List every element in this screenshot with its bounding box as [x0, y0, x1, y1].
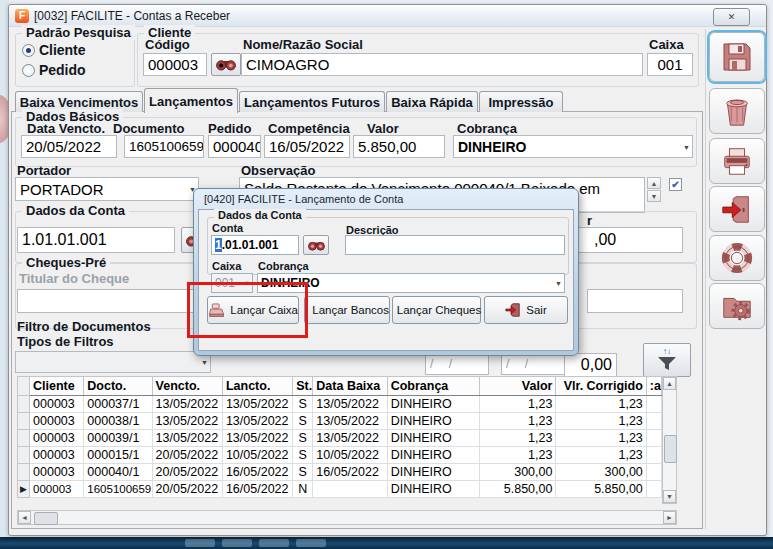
spin-up-icon[interactable]: ▲ [647, 177, 661, 189]
col-cliente[interactable]: Cliente [30, 377, 84, 396]
print-button[interactable] [709, 138, 765, 184]
hscroll-thumb[interactable] [34, 512, 58, 525]
table-row[interactable]: 000003000039/1 13/05/202213/05/2022 S13/… [18, 430, 662, 447]
close-button[interactable]: ✕ [713, 8, 750, 26]
table-row-current[interactable]: ▶ 0000031605100659 20/05/202216/05/2022 … [18, 481, 662, 498]
table-row[interactable]: 000003000037/1 13/05/202213/05/2022 S13/… [18, 396, 662, 413]
observacao-checkbox[interactable]: ✔ [669, 178, 682, 191]
scroll-up-button[interactable]: ▲ [663, 377, 676, 390]
window-titlebar[interactable]: F [0032] FACILITE - Contas a Receber [9, 5, 766, 27]
delete-button[interactable] [709, 88, 765, 134]
caixa-field[interactable]: 001 [647, 53, 693, 76]
col-cobranca[interactable]: Cobrança [387, 377, 479, 396]
cell: DINHEIRO [387, 447, 479, 464]
cell: 16/05/2022 [222, 481, 292, 498]
cell: 1,23 [480, 396, 556, 413]
table-vscrollbar[interactable]: ▲ ▼ [662, 376, 677, 504]
col-valor[interactable]: Valor [480, 377, 556, 396]
cell: 1,23 [480, 447, 556, 464]
valor-field[interactable]: 5.850,00 [353, 135, 445, 158]
scroll-left-button[interactable]: ◄ [18, 511, 31, 524]
tab-impressao[interactable]: Impressão [479, 91, 563, 112]
search-client-button[interactable] [211, 53, 241, 76]
dialog-conta-field[interactable]: 1.01.01.001 [211, 235, 299, 255]
nome-field[interactable]: CIMOAGRO [241, 53, 643, 76]
conta-field[interactable]: 1.01.01.001 [17, 227, 175, 253]
apply-filter-button[interactable]: ↑↓ [643, 343, 691, 377]
lancar-bancos-button[interactable]: Lançar Bancos [304, 296, 390, 324]
taskbar-button-fragment[interactable] [296, 539, 326, 547]
cell: 000003 [30, 447, 84, 464]
scroll-right-button[interactable]: ► [663, 511, 676, 524]
col-docto[interactable]: Docto. [84, 377, 152, 396]
floppy-disk-icon [719, 39, 755, 75]
table-row[interactable]: 000003000040/1 20/05/202216/05/2022 S16/… [18, 464, 662, 481]
table-hscrollbar[interactable]: ◄ ► [17, 510, 677, 525]
funnel-icon [656, 356, 678, 372]
codigo-field[interactable]: 000003 [143, 53, 207, 76]
cell: 20/05/2022 [152, 464, 222, 481]
documento-field[interactable]: 1605100659 [124, 135, 204, 158]
sidebar-divider [705, 29, 706, 529]
vscroll-thumb[interactable] [664, 435, 677, 463]
dialog-group-label: Dados da Conta [214, 209, 306, 221]
tab-baixa-rapida[interactable]: Baixa Rápida [386, 91, 478, 112]
valor-conta-field-fragment[interactable]: ,00 [561, 227, 683, 253]
tab-lancamentos-futuros[interactable]: Lançamentos Futuros [239, 91, 385, 112]
col-st[interactable]: St. [293, 377, 313, 396]
cell: DINHEIRO [387, 396, 479, 413]
col-lancto[interactable]: Lancto. [222, 377, 292, 396]
col-data-baixa[interactable]: Data Baixa [313, 377, 387, 396]
spin-down-icon[interactable]: ▼ [647, 190, 661, 202]
radio-cliente[interactable]: Cliente [22, 42, 86, 58]
cheques-field-fragment[interactable] [587, 289, 683, 313]
dialog-descricao-field[interactable] [345, 235, 565, 255]
binoculars-icon [216, 58, 236, 71]
save-button[interactable] [709, 32, 765, 82]
cell: 000015/1 [84, 447, 152, 464]
scroll-down-button[interactable]: ▼ [663, 490, 676, 503]
tools-button[interactable] [709, 283, 765, 329]
filtro-documentos-label: Filtro de Documentos [17, 319, 151, 334]
col-vencto[interactable]: Vencto. [152, 377, 222, 396]
date-filter-end-field[interactable]: / / [501, 353, 565, 375]
cell: DINHEIRO [387, 430, 479, 447]
taskbar-button-fragment[interactable] [222, 539, 252, 547]
cell: 1,23 [556, 447, 646, 464]
pedido-field[interactable]: 000040 [208, 135, 261, 158]
competencia-field[interactable]: 16/05/2022 [264, 135, 350, 158]
col-vlr-corrigido[interactable]: Vlr. Corrigido [556, 377, 646, 396]
filter-total-field[interactable]: 0,00 [564, 353, 617, 377]
taskbar-button-fragment[interactable] [259, 539, 289, 547]
data-vencto-field[interactable]: 20/05/2022 [21, 135, 117, 158]
titular-cheque-field[interactable] [17, 289, 215, 313]
tipos-filtros-combo[interactable]: ▼ [15, 351, 211, 373]
tab-lancamentos[interactable]: Lançamentos [144, 88, 238, 113]
table-row[interactable]: 000003000015/1 20/05/202210/05/2022 S10/… [18, 447, 662, 464]
taskbar-button-fragment[interactable] [185, 539, 215, 547]
scroll-down-icon: ▼ [666, 493, 673, 500]
exit-button[interactable] [709, 186, 765, 232]
highlight-rectangle [187, 282, 308, 338]
spin-up-glyph: ▲ [651, 180, 658, 187]
cell: 000003 [30, 413, 84, 430]
date-filter-start-field[interactable]: / / [425, 353, 489, 375]
cell: 300,00 [480, 464, 556, 481]
gutter-cell [18, 413, 30, 430]
col-truncated[interactable]: :a [646, 377, 661, 396]
portador-combo[interactable]: PORTADOR ▼ [15, 177, 199, 201]
dialog-search-account-button[interactable] [303, 235, 329, 255]
help-button[interactable] [709, 235, 765, 281]
table-row[interactable]: 000003000038/1 13/05/202213/05/2022 S13/… [18, 413, 662, 430]
sair-button[interactable]: Sair [484, 296, 568, 324]
tab-label: Lançamentos [149, 94, 233, 109]
observacao-spinner[interactable]: ▲ ▼ [647, 177, 661, 203]
cobranca-combo[interactable]: DINHEIRO ▼ [453, 135, 693, 158]
valor-conta-label-fragment: r [587, 213, 592, 228]
pedido-value: 000040 [213, 138, 261, 155]
radio-pedido[interactable]: Pedido [22, 62, 86, 78]
cobranca-label: Cobrança [457, 121, 517, 136]
cell: 10/05/2022 [313, 447, 387, 464]
cell: 13/05/2022 [152, 413, 222, 430]
lancar-cheques-button[interactable]: Lançar Cheques [392, 296, 481, 324]
